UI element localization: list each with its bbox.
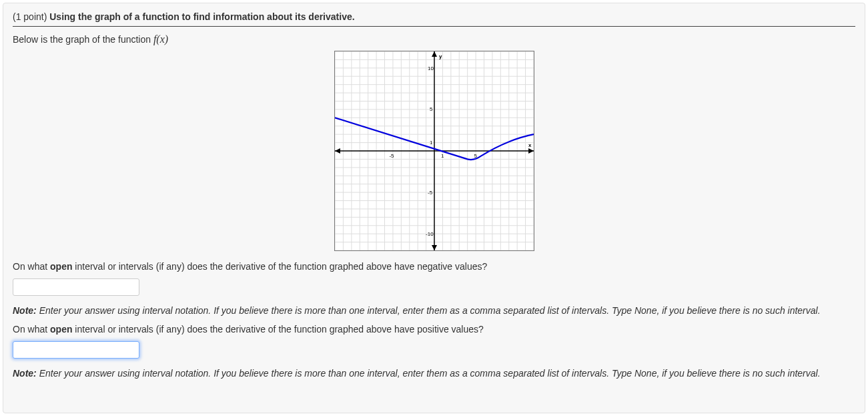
problem-container: (1 point) Using the graph of a function … (3, 3, 865, 413)
answer-1-input[interactable] (13, 278, 139, 296)
graph-wrapper: 10 5 1 -5 -10 -5 1 5 y x (13, 51, 855, 253)
note-2-text: Enter your answer using interval notatio… (37, 368, 821, 379)
svg-marker-50 (432, 51, 437, 57)
q2-post: interval or intervals (if any) does the … (72, 324, 483, 335)
q2-pre: On what (13, 324, 50, 335)
x-axis-label: x (528, 142, 532, 148)
intro-text: Below is the graph of the function f(x) (13, 33, 855, 45)
answer-2-input[interactable] (13, 341, 139, 359)
q1-pre: On what (13, 261, 50, 272)
problem-title: Using the graph of a function to find in… (49, 11, 354, 22)
note-1-text: Enter your answer using interval notatio… (37, 305, 821, 316)
xtick-1: 1 (440, 153, 444, 159)
function-graph: 10 5 1 -5 -10 -5 1 5 y x (334, 51, 534, 251)
question-2: On what open interval or intervals (if a… (13, 324, 855, 335)
xtick-neg5: -5 (389, 153, 394, 159)
note-2-label: Note: (13, 368, 37, 379)
q2-bold: open (50, 324, 72, 335)
answer-2-row (13, 341, 855, 359)
note-1-label: Note: (13, 305, 37, 316)
ytick-1: 1 (430, 140, 433, 146)
ytick-neg10: -10 (426, 231, 434, 237)
intro-prefix: Below is the graph of the function (13, 34, 153, 45)
question-1: On what open interval or intervals (if a… (13, 261, 855, 272)
problem-header: (1 point) Using the graph of a function … (13, 11, 855, 27)
q1-post: interval or intervals (if any) does the … (72, 261, 487, 272)
y-axis-label: y (438, 53, 442, 59)
note-2: Note: Enter your answer using interval n… (13, 368, 855, 379)
ytick-5: 5 (430, 106, 433, 112)
ytick-10: 10 (428, 65, 434, 71)
svg-marker-51 (432, 245, 437, 250)
answer-1-row (13, 278, 855, 296)
svg-marker-49 (335, 148, 340, 154)
note-1: Note: Enter your answer using interval n… (13, 305, 855, 316)
q1-bold: open (50, 261, 72, 272)
points-label: (1 point) (13, 11, 47, 22)
svg-marker-48 (528, 148, 534, 154)
ytick-neg5: -5 (428, 190, 433, 196)
fx-expression: f(x) (153, 33, 168, 45)
